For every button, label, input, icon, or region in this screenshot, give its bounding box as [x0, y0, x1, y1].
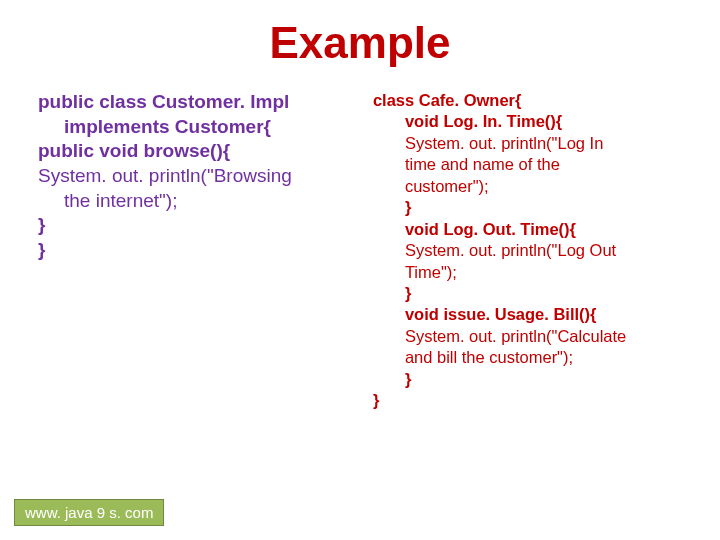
- code-line: implements Customer{: [38, 115, 373, 140]
- left-code-block: public class Customer. Impl implements C…: [38, 90, 373, 412]
- slide-title: Example: [0, 18, 720, 68]
- code-line: }: [373, 390, 682, 411]
- code-line: public class Customer. Impl: [38, 90, 373, 115]
- code-line: }: [38, 213, 373, 238]
- code-line: System. out. println("Browsing: [38, 164, 373, 189]
- code-line: System. out. println("Log Out: [373, 240, 682, 261]
- content-columns: public class Customer. Impl implements C…: [0, 90, 720, 412]
- code-line: class Cafe. Owner{: [373, 90, 682, 111]
- code-line: System. out. println("Calculate: [373, 326, 682, 347]
- code-line: customer");: [373, 176, 682, 197]
- footer-url: www. java 9 s. com: [14, 499, 164, 526]
- code-line: the internet");: [38, 189, 373, 214]
- code-line: Time");: [373, 262, 682, 283]
- code-line: System. out. println("Log In: [373, 133, 682, 154]
- code-line: }: [373, 283, 682, 304]
- code-line: }: [373, 197, 682, 218]
- code-line: void Log. In. Time(){: [373, 111, 682, 132]
- right-code-block: class Cafe. Owner{ void Log. In. Time(){…: [373, 90, 682, 412]
- code-line: void issue. Usage. Bill(){: [373, 304, 682, 325]
- code-line: }: [38, 238, 373, 263]
- code-line: and bill the customer");: [373, 347, 682, 368]
- code-line: void Log. Out. Time(){: [373, 219, 682, 240]
- code-line: public void browse(){: [38, 139, 373, 164]
- code-line: time and name of the: [373, 154, 682, 175]
- code-line: }: [373, 369, 682, 390]
